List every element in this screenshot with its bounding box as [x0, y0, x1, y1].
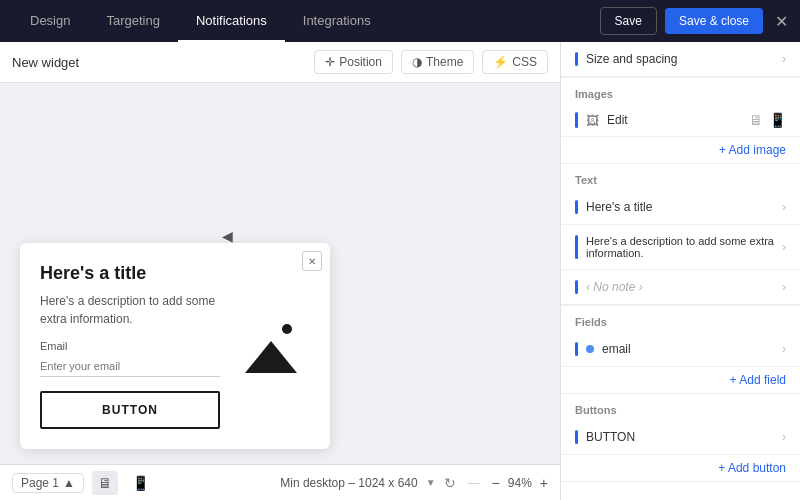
svg-point-0 — [282, 324, 292, 334]
mountain-image — [235, 321, 305, 381]
position-icon: ✛ — [325, 55, 335, 69]
add-image-link[interactable]: + Add image — [561, 137, 800, 163]
tab-integrations[interactable]: Integrations — [285, 0, 389, 42]
top-navigation: Design Targeting Notifications Integrati… — [0, 0, 800, 42]
close-icon[interactable]: ✕ — [775, 12, 788, 31]
cursor-indicator: ◀ — [222, 228, 233, 244]
images-section: Images 🖼 Edit 🖥 📱 + Add image — [561, 78, 800, 164]
position-button[interactable]: ✛ Position — [314, 50, 393, 74]
chevron-right-icon: › — [782, 342, 786, 356]
chevron-down-icon[interactable]: ▼ — [426, 477, 436, 488]
canvas-area: New widget ✛ Position ◑ Theme ⚡ CSS ◀ ✕ — [0, 42, 560, 500]
chevron-right-icon: › — [782, 52, 786, 66]
canvas-toolbar: New widget ✛ Position ◑ Theme ⚡ CSS — [0, 42, 560, 83]
desktop-icon[interactable]: 🖥 — [92, 471, 118, 495]
description-text-row[interactable]: Here's a description to add some extra i… — [561, 225, 800, 270]
add-button-link[interactable]: + Add button — [561, 455, 800, 481]
image-icon: 🖼 — [586, 113, 599, 128]
widget-text-area: Here's a title Here's a description to a… — [40, 263, 220, 429]
widget-email-input[interactable] — [40, 356, 220, 377]
widget-button[interactable]: BUTTON — [40, 391, 220, 429]
buttons-section-title: Buttons — [561, 394, 800, 420]
fields-section: Fields email › + Add field — [561, 306, 800, 394]
save-close-button[interactable]: Save & close — [665, 8, 763, 34]
blue-indicator — [575, 280, 578, 294]
chevron-up-icon: ▲ — [63, 476, 75, 490]
widget-image-area — [230, 263, 310, 429]
device-icons: 🖥 📱 — [749, 112, 786, 128]
chevron-right-icon: › — [782, 200, 786, 214]
chevron-right-icon: › — [782, 430, 786, 444]
widget-title-text: Here's a title — [40, 263, 220, 284]
images-title: Images — [561, 78, 800, 104]
buttons-section: Buttons BUTTON › + Add button — [561, 394, 800, 482]
blue-indicator — [575, 112, 578, 128]
blue-indicator — [575, 235, 578, 259]
bottom-bar: Page 1 ▲ 🖥 📱 Min desktop – 1024 x 640 ▼ … — [0, 464, 560, 500]
zoom-value: 94% — [508, 476, 532, 490]
blue-indicator — [575, 52, 578, 66]
refresh-icon[interactable]: ↻ — [444, 475, 456, 491]
text-section: Text Here's a title › Here's a descripti… — [561, 164, 800, 306]
chevron-right-icon: › — [782, 240, 786, 254]
email-dot-icon — [586, 345, 594, 353]
mobile-icon[interactable]: 📱 — [126, 471, 155, 495]
no-note-row[interactable]: ‹ No note › › — [561, 270, 800, 305]
widget-description: Here's a description to add some extra i… — [40, 292, 220, 328]
tab-targeting[interactable]: Targeting — [88, 0, 177, 42]
right-panel: Size and spacing › Images 🖼 Edit 🖥 📱 + A… — [560, 42, 800, 500]
title-text-row[interactable]: Here's a title › — [561, 190, 800, 225]
zoom-in-button[interactable]: + — [540, 475, 548, 491]
widget-content: Here's a title Here's a description to a… — [40, 263, 310, 429]
theme-icon: ◑ — [412, 55, 422, 69]
theme-button[interactable]: ◑ Theme — [401, 50, 474, 74]
main-layout: New widget ✛ Position ◑ Theme ⚡ CSS ◀ ✕ — [0, 42, 800, 500]
blue-indicator — [575, 342, 578, 356]
css-button[interactable]: ⚡ CSS — [482, 50, 548, 74]
tab-notifications[interactable]: Notifications — [178, 0, 285, 42]
css-icon: ⚡ — [493, 55, 508, 69]
add-field-link[interactable]: + Add field — [561, 367, 800, 393]
resolution-label: Min desktop – 1024 x 640 — [280, 476, 417, 490]
widget-card: ✕ Here's a title Here's a description to… — [20, 243, 330, 449]
size-spacing-section: Size and spacing › — [561, 42, 800, 78]
save-button[interactable]: Save — [600, 7, 657, 35]
tab-design[interactable]: Design — [12, 0, 88, 42]
button-row[interactable]: BUTTON › — [561, 420, 800, 455]
mobile-icon-small[interactable]: 📱 — [769, 112, 786, 128]
zoom-out-button[interactable]: − — [492, 475, 500, 491]
widget-title: New widget — [12, 55, 306, 70]
svg-marker-1 — [245, 341, 297, 373]
images-edit-row[interactable]: 🖼 Edit 🖥 📱 — [561, 104, 800, 137]
desktop-icon-small[interactable]: 🖥 — [749, 112, 763, 128]
fields-section-title: Fields — [561, 306, 800, 332]
text-section-title: Text — [561, 164, 800, 190]
blue-indicator — [575, 430, 578, 444]
email-field-row[interactable]: email › — [561, 332, 800, 367]
size-spacing-row[interactable]: Size and spacing › — [561, 42, 800, 77]
chevron-right-icon: › — [782, 280, 786, 294]
canvas: ◀ ✕ Here's a title Here's a description … — [0, 83, 560, 464]
widget-email-label: Email — [40, 340, 220, 352]
page-button[interactable]: Page 1 ▲ — [12, 473, 84, 493]
widget-close-button[interactable]: ✕ — [302, 251, 322, 271]
blue-indicator — [575, 200, 578, 214]
